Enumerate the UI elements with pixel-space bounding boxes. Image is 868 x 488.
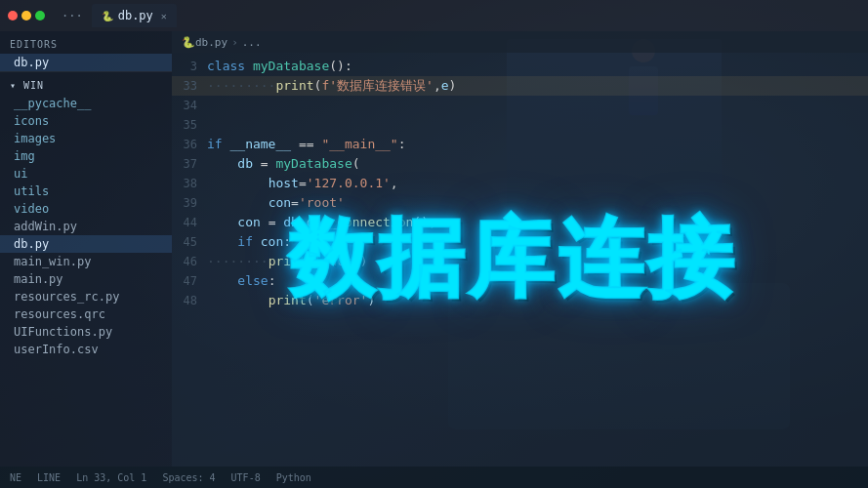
sidebar-item-images[interactable]: images [0, 130, 172, 147]
sidebar-item-img[interactable]: img [0, 147, 172, 165]
line-content-44: con = db.get_connection(); [207, 213, 868, 232]
line-num-47: 47 [172, 271, 207, 291]
line-content-3: class myDatabase(): [207, 57, 868, 76]
status-spaces: Spaces: 4 [162, 472, 215, 483]
minimize-button[interactable] [21, 11, 31, 20]
win-section-label[interactable]: ▾ WIN [0, 71, 172, 95]
main-area: EDITORS db.py ▾ WIN __pycache__ icons im… [0, 31, 868, 467]
code-line-34: 34 [172, 96, 868, 115]
line-content-45: if con: [207, 232, 868, 252]
status-ln-col: Ln 33, Col 1 [76, 472, 146, 483]
sidebar-item-video[interactable]: video [0, 200, 172, 218]
status-encoding: UTF-8 [231, 472, 261, 483]
code-line-38: 38 host='127.0.0.1', [172, 174, 868, 193]
code-line-36: 36 if __name__ == "__main__": [172, 135, 868, 154]
line-num-36: 36 [172, 135, 207, 154]
line-content-33: ·········print(f'数据库连接错误',e) [207, 76, 868, 96]
sidebar-item-utils[interactable]: utils [0, 183, 172, 200]
line-num-37: 37 [172, 154, 207, 174]
line-content-46: ········print('succ') [207, 252, 868, 271]
code-line-45: 45 if con: [172, 232, 868, 252]
status-ne: NE [10, 472, 21, 483]
code-lines: 3 class myDatabase(): 33 ·········print(… [172, 53, 868, 314]
title-bar: ··· 🐍 db.py ✕ [0, 0, 868, 31]
code-line-48: 48 print('error') [172, 291, 868, 310]
code-line-39: 39 con='root' [172, 193, 868, 213]
line-content-38: host='127.0.0.1', [207, 174, 868, 193]
code-line-33: 33 ·········print(f'数据库连接错误',e) [172, 76, 868, 96]
line-num-38: 38 [172, 174, 207, 193]
sidebar-item-db-py[interactable]: db.py [0, 235, 172, 253]
sidebar-item-mainwin[interactable]: main_win.py [0, 253, 172, 270]
tab-label: db.py [118, 9, 153, 22]
code-line-37: 37 db = myDatabase( [172, 154, 868, 174]
line-content-47: else: [207, 271, 868, 291]
close-button[interactable] [8, 11, 18, 20]
code-line-35: 35 [172, 115, 868, 135]
sidebar-item-userinfo[interactable]: userInfo.csv [0, 341, 172, 358]
sidebar-item-resources-qrc[interactable]: resources.qrc [0, 305, 172, 323]
sidebar-item-icons[interactable]: icons [0, 112, 172, 130]
window-controls [8, 11, 45, 20]
breadcrumb-file: db.py [195, 36, 227, 49]
line-num-48: 48 [172, 291, 207, 310]
tab-bar: 🐍 db.py ✕ [92, 4, 177, 27]
status-items: NE LINE Ln 33, Col 1 Spaces: 4 UTF-8 Pyt… [10, 472, 311, 483]
editors-section-label: EDITORS [0, 31, 172, 54]
line-num-46: 46 [172, 252, 207, 271]
sidebar-item-uifunctions[interactable]: UIFunctions.py [0, 323, 172, 341]
python-icon: 🐍 [102, 11, 113, 21]
line-num-34: 34 [172, 96, 207, 115]
sidebar-item-ui[interactable]: ui [0, 165, 172, 183]
sidebar: EDITORS db.py ▾ WIN __pycache__ icons im… [0, 31, 172, 467]
code-line-46: 46 ········print('succ') [172, 252, 868, 271]
status-line: LINE [37, 472, 61, 483]
line-num-33: 33 [172, 76, 207, 96]
breadcrumb-bar: 🐍 db.py › ... [172, 31, 868, 53]
line-content-48: print('error') [207, 291, 868, 310]
breadcrumb-separator: › [231, 36, 238, 49]
sidebar-item-pycache[interactable]: __pycache__ [0, 95, 172, 112]
maximize-button[interactable] [35, 11, 45, 20]
sidebar-item-db-py-editors[interactable]: db.py [0, 54, 172, 71]
editor-area: 🐍 db.py › ... 3 class myDatabase(): 33 ·… [172, 31, 868, 467]
code-view[interactable]: 3 class myDatabase(): 33 ·········print(… [172, 53, 868, 467]
line-content-37: db = myDatabase( [207, 154, 868, 174]
line-content-39: con='root' [207, 193, 868, 213]
breadcrumb-path: ... [242, 36, 262, 49]
tab-overflow-icon[interactable]: ··· [57, 9, 88, 22]
line-content-36: if __name__ == "__main__": [207, 135, 868, 154]
line-num-44: 44 [172, 213, 207, 232]
sidebar-item-resources-rc[interactable]: resources_rc.py [0, 288, 172, 305]
tab-db-py[interactable]: 🐍 db.py ✕ [92, 4, 177, 27]
ide-container: ··· 🐍 db.py ✕ EDITORS db.py ▾ WIN __pyca… [0, 0, 868, 488]
line-num-45: 45 [172, 232, 207, 252]
sidebar-item-addwin[interactable]: addWin.py [0, 218, 172, 235]
code-line-3: 3 class myDatabase(): [172, 57, 868, 76]
line-num-35: 35 [172, 115, 207, 135]
status-lang: Python [276, 472, 311, 483]
code-line-47: 47 else: [172, 271, 868, 291]
sidebar-item-main[interactable]: main.py [0, 270, 172, 288]
line-num-3: 3 [172, 57, 207, 76]
breadcrumb-python-icon: 🐍 [182, 36, 195, 49]
code-line-44: 44 con = db.get_connection(); [172, 213, 868, 232]
status-bar: NE LINE Ln 33, Col 1 Spaces: 4 UTF-8 Pyt… [0, 467, 868, 488]
line-num-39: 39 [172, 193, 207, 213]
tab-close-icon[interactable]: ✕ [161, 11, 167, 21]
